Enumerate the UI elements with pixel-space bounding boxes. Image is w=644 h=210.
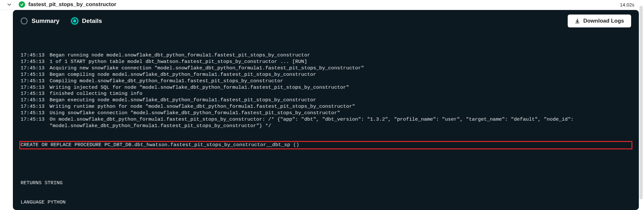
log-timestamp: 17:45:13 [21, 97, 50, 104]
log-message: Acquiring new snowflake connection "mode… [50, 65, 631, 72]
node-header: fastest_pit_stops_by_constructor 14.02s [0, 0, 644, 10]
radio-icon-active [71, 17, 78, 25]
log-text: LANGUAGE PYTHON [21, 199, 631, 206]
tab-summary[interactable]: Summary [21, 17, 60, 25]
log-line: 17:45:131 of 1 START python table model … [21, 59, 631, 65]
node-title: fastest_pit_stops_by_constructor [28, 1, 620, 8]
log-output[interactable]: 17:45:13Began running node model.snowfla… [13, 33, 639, 210]
log-line: 17:45:13Using snowflake connection "mode… [21, 110, 631, 116]
log-message: 1 of 1 START python table model dbt_hwat… [50, 59, 631, 65]
log-message: Writing runtime python for node "model.s… [50, 104, 631, 110]
log-message: Began running node model.snowflake_dbt_p… [50, 52, 631, 59]
log-message: Compiling model.snowflake_dbt_python_for… [50, 78, 631, 85]
tabs-row: Summary Details Download Logs [13, 10, 639, 33]
log-timestamp: 17:45:13 [21, 72, 50, 78]
log-line: 17:45:13On model.snowflake_dbt_python_fo… [21, 116, 631, 129]
log-message: Began compiling node model.snowflake_dbt… [50, 72, 631, 78]
tab-details[interactable]: Details [71, 17, 102, 25]
log-timestamp: 17:45:13 [21, 104, 50, 110]
log-timestamp: 17:45:13 [21, 91, 50, 97]
log-timestamp: 17:45:13 [21, 65, 50, 72]
log-line: 17:45:13Began executing node model.snowf… [21, 97, 631, 104]
log-message: Using snowflake connection "model.snowfl… [50, 110, 631, 116]
scrollbar[interactable] [639, 6, 643, 199]
log-text: CREATE OR REPLACE PROCEDURE PC_DBT_DB.db… [21, 142, 631, 148]
log-message: Writing injected SQL for node "model.sno… [50, 85, 631, 91]
node-duration: 14.02s [620, 2, 634, 7]
log-message: On model.snowflake_dbt_python_formula1.f… [50, 116, 631, 129]
log-timestamp: 17:45:13 [21, 110, 50, 116]
log-line: 17:45:13Acquiring new snowflake connecti… [21, 65, 631, 72]
tab-label: Details [82, 17, 102, 25]
log-line: 17:45:13finished collecting timing info [21, 91, 631, 97]
log-timestamp: 17:45:13 [21, 78, 50, 85]
log-message: finished collecting timing info [50, 91, 631, 97]
log-timestamp: 17:45:13 [21, 85, 50, 91]
download-logs-button[interactable]: Download Logs [568, 15, 631, 27]
success-check-icon [19, 1, 25, 8]
log-line: 17:45:13Compiling model.snowflake_dbt_py… [21, 78, 631, 85]
radio-icon [21, 17, 28, 25]
log-text: RETURNS STRING [21, 180, 631, 186]
log-panel: Summary Details Download Logs 17:45:13Be… [13, 10, 639, 210]
log-timestamp: 17:45:13 [21, 116, 50, 129]
log-line: 17:45:13Began running node model.snowfla… [21, 52, 631, 59]
tab-label: Summary [32, 17, 60, 25]
log-timestamp: 17:45:13 [21, 52, 50, 59]
log-line: 17:45:13Writing runtime python for node … [21, 104, 631, 110]
log-line: 17:45:13Writing injected SQL for node "m… [21, 85, 631, 91]
log-timestamp: 17:45:13 [21, 59, 50, 65]
chevron-down-icon[interactable] [6, 2, 12, 7]
download-label: Download Logs [583, 18, 624, 24]
download-icon [575, 18, 580, 24]
log-line: 17:45:13Began compiling node model.snowf… [21, 72, 631, 78]
log-message: Began executing node model.snowflake_dbt… [50, 97, 631, 104]
